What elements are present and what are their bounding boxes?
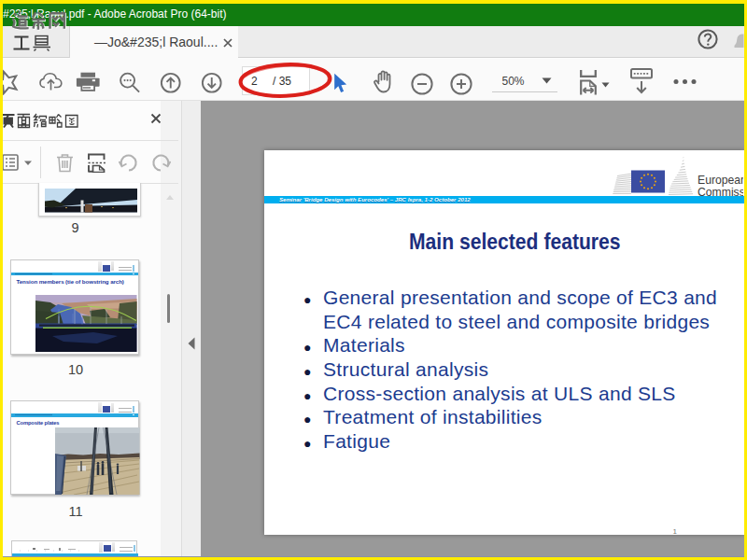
svg-text:European: European: [698, 173, 743, 186]
